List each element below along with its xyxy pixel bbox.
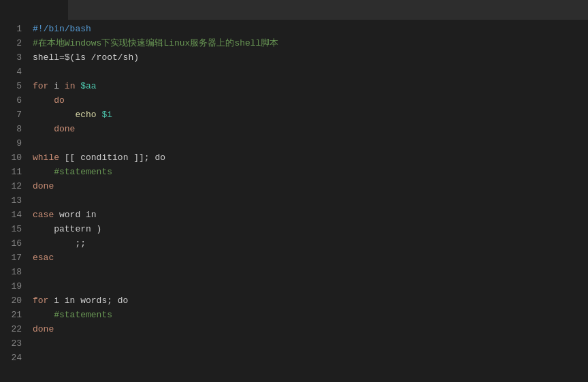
editor-area: 123456789101112131415161718192021222324 … [0, 20, 588, 382]
token: shell=$(ls /root/sh) [33, 52, 139, 63]
code-line-6: do [33, 93, 588, 108]
token: pattern ) [33, 224, 101, 234]
token: [[ condition ]]; do [59, 153, 165, 163]
token: echo [33, 110, 97, 120]
line-num-19: 19 [5, 279, 22, 293]
code-line-12: done [33, 179, 588, 193]
line-num-18: 18 [5, 265, 22, 279]
line-number-gutter: 123456789101112131415161718192021222324 [0, 20, 27, 382]
code-line-23 [33, 336, 588, 351]
token: $aa [75, 81, 96, 91]
code-line-3: shell=$(ls /root/sh) [33, 50, 588, 65]
token: do [33, 95, 65, 106]
line-num-10: 10 [5, 150, 22, 165]
token: in [59, 81, 75, 91]
line-num-2: 2 [5, 36, 22, 50]
code-line-11: #statements [33, 165, 588, 179]
line-num-11: 11 [5, 165, 22, 179]
code-line-15: pattern ) [33, 222, 588, 236]
code-line-1: #!/bin/bash [33, 22, 588, 36]
token: $i [97, 110, 112, 120]
token: #statements [33, 310, 112, 320]
token: #statements [33, 167, 112, 177]
code-line-24 [33, 351, 588, 365]
token: while [33, 153, 59, 163]
line-num-13: 13 [5, 193, 22, 208]
token: esac [33, 253, 54, 263]
token: #!/bin/bash [33, 24, 91, 34]
code-line-2: #在本地Windows下实现快速编辑Linux服务器上的shell脚本 [33, 36, 588, 50]
line-num-1: 1 [5, 22, 22, 36]
line-num-12: 12 [5, 179, 22, 193]
code-line-7: echo $i [33, 108, 588, 122]
token: word in [54, 210, 96, 220]
token: ;; [33, 238, 86, 249]
line-num-7: 7 [5, 108, 22, 122]
line-num-6: 6 [5, 93, 22, 108]
code-content[interactable]: #!/bin/bash#在本地Windows下实现快速编辑Linux服务器上的s… [27, 20, 588, 382]
code-line-16: ;; [33, 236, 588, 251]
line-num-3: 3 [5, 50, 22, 65]
line-num-16: 16 [5, 236, 22, 251]
code-line-20: for i in words; do [33, 293, 588, 308]
line-num-20: 20 [5, 293, 22, 308]
line-num-23: 23 [5, 336, 22, 351]
code-line-17: esac [33, 251, 588, 265]
tab-close-button[interactable] [14, 5, 24, 16]
token: done [33, 181, 54, 191]
line-num-14: 14 [5, 208, 22, 222]
code-line-13 [33, 193, 588, 208]
token: done [33, 324, 54, 334]
line-num-24: 24 [5, 351, 22, 365]
token: for [33, 81, 48, 91]
code-line-21: #statements [33, 308, 588, 322]
token: done [33, 124, 75, 134]
code-line-8: done [33, 122, 588, 136]
token: i [54, 81, 59, 91]
code-line-19 [33, 279, 588, 293]
line-num-22: 22 [5, 322, 22, 336]
code-line-18 [33, 265, 588, 279]
tab-for-sh[interactable] [0, 0, 68, 20]
code-line-14: case word in [33, 208, 588, 222]
token: #在本地Windows下实现快速编辑Linux服务器上的shell脚本 [33, 38, 278, 48]
code-line-5: for i in $aa [33, 79, 588, 93]
line-num-17: 17 [5, 251, 22, 265]
token: i in words; do [48, 296, 128, 306]
token: for [33, 296, 48, 306]
line-num-4: 4 [5, 65, 22, 79]
line-num-9: 9 [5, 136, 22, 150]
line-num-15: 15 [5, 222, 22, 236]
line-num-8: 8 [5, 122, 22, 136]
code-line-10: while [[ condition ]]; do [33, 150, 588, 165]
code-line-4 [33, 65, 588, 79]
line-num-5: 5 [5, 79, 22, 93]
code-line-9 [33, 136, 588, 150]
tab-bar [0, 0, 588, 20]
line-num-21: 21 [5, 308, 22, 322]
code-line-22: done [33, 322, 588, 336]
token: case [33, 210, 54, 220]
